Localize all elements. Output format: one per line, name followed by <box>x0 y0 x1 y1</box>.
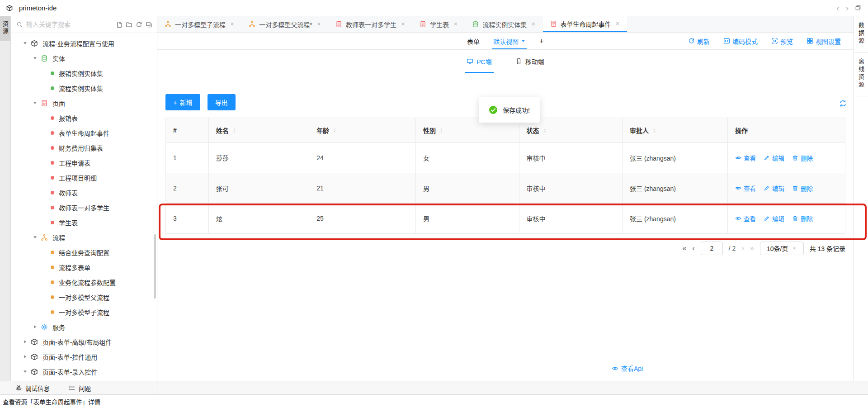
expand-arrow-icon[interactable] <box>33 235 41 240</box>
code-mode-button[interactable]: 编码模式 <box>723 37 758 46</box>
add-button[interactable]: +新增 <box>165 94 200 110</box>
tree-item[interactable]: 工程申请表 <box>11 155 157 170</box>
op-label: 查看 <box>744 153 756 162</box>
editor-tab[interactable]: 流程实例实体集✕ <box>465 16 542 32</box>
form-view-tab[interactable]: 表单 <box>467 37 480 46</box>
collapse-panels-icon[interactable] <box>146 21 152 28</box>
tree-item[interactable]: 财务费用归集表 <box>11 140 157 155</box>
rail-tab-resources[interactable]: 资源 <box>0 16 10 41</box>
tree-item[interactable]: 教师表 <box>11 185 157 200</box>
tree-item[interactable]: 流程 <box>11 230 157 245</box>
tree-item[interactable]: 教师表一对多学生 <box>11 200 157 215</box>
collapse-arrow-icon[interactable] <box>23 339 31 344</box>
view-api-link[interactable]: 查看Api <box>612 364 643 373</box>
tree-item[interactable]: 服务 <box>11 319 157 334</box>
close-icon[interactable]: ✕ <box>531 21 535 27</box>
tree-item[interactable]: 实体 <box>11 51 157 66</box>
tree-item[interactable]: 学生表 <box>11 215 157 230</box>
prev-page-button[interactable]: ‹ <box>693 244 695 252</box>
search-input[interactable] <box>26 21 113 28</box>
tree-item[interactable]: 报销表 <box>11 110 157 125</box>
last-page-button[interactable]: » <box>750 244 754 252</box>
tree-item[interactable]: 页面 <box>11 95 157 110</box>
expand-arrow-icon[interactable] <box>33 56 41 61</box>
tree-scrollbar[interactable] <box>154 234 156 299</box>
nav-back-icon[interactable]: ‹ <box>836 4 839 12</box>
view-link[interactable]: 查看 <box>735 153 756 162</box>
action-label: 视图设置 <box>816 37 841 46</box>
refresh-table-icon[interactable] <box>839 100 847 107</box>
new-file-icon[interactable] <box>116 21 123 28</box>
rail-tab-datasource[interactable]: 数据源 <box>854 16 868 52</box>
edit-link[interactable]: 编辑 <box>764 214 784 223</box>
export-button[interactable]: 导出 <box>208 94 236 110</box>
tree-item[interactable]: 工程项目明细 <box>11 170 157 185</box>
close-icon[interactable]: ✕ <box>317 21 321 27</box>
device-tab-pc[interactable]: PC端 <box>467 50 491 73</box>
folder-icon[interactable] <box>126 21 132 28</box>
delete-link[interactable]: 删除 <box>792 184 813 193</box>
tree-item[interactable]: 流程多表单 <box>11 260 157 275</box>
tree-item[interactable]: 页面-表单-录入控件 <box>11 364 157 379</box>
close-icon[interactable]: ✕ <box>616 21 620 27</box>
editor-tab[interactable]: 一对多模型父流程*✕ <box>241 16 328 32</box>
delete-link[interactable]: 删除 <box>792 153 813 162</box>
close-icon[interactable]: ✕ <box>401 21 405 27</box>
tree-item[interactable]: 页面-表单-高级/布局组件 <box>11 334 157 349</box>
collapse-arrow-icon[interactable] <box>33 324 41 329</box>
debug-info-button[interactable]: 调试信息 <box>15 384 50 393</box>
edit-link[interactable]: 编辑 <box>764 184 784 193</box>
dot-red-icon <box>51 131 54 135</box>
sort-icon[interactable] <box>232 128 237 133</box>
app-window: primeton-ide ‹ › 资源 流程-业务流程配置与使用实体报销实例实体… <box>0 0 868 408</box>
problems-button[interactable]: 问题 <box>69 384 91 393</box>
sort-icon[interactable] <box>542 128 547 133</box>
sort-icon[interactable] <box>652 128 657 133</box>
dot-red-icon <box>51 221 54 224</box>
tree-item[interactable]: 业务化流程参数配置 <box>11 275 157 289</box>
editor-tab[interactable]: 一对多模型子流程✕ <box>157 16 241 32</box>
tree-item[interactable]: 一对多模型子流程 <box>11 304 157 319</box>
editor-tab[interactable]: 学生表✕ <box>412 16 465 32</box>
refresh-icon[interactable] <box>136 21 142 28</box>
next-page-button[interactable]: › <box>741 244 744 252</box>
preview-button[interactable]: 预览 <box>771 37 793 46</box>
close-icon[interactable]: ✕ <box>453 21 458 27</box>
sort-icon[interactable] <box>439 128 444 133</box>
sort-icon[interactable] <box>332 128 337 133</box>
tree-item[interactable]: 流程实例实体集 <box>11 81 157 95</box>
view-settings-button[interactable]: 视图设置 <box>807 37 841 46</box>
nav-forward-icon[interactable]: › <box>846 4 849 12</box>
editor-tab[interactable]: 教师表一对多学生✕ <box>328 16 412 32</box>
tree-item[interactable]: 报销实例实体集 <box>11 66 157 81</box>
refresh-button[interactable]: 刷新 <box>688 37 710 46</box>
tree-item[interactable]: 一对多模型父流程 <box>11 289 157 304</box>
column-header[interactable]: 审批人 <box>623 118 728 143</box>
tree-item[interactable]: 流程-业务流程配置与使用 <box>11 36 157 51</box>
view-link[interactable]: 查看 <box>735 214 756 223</box>
expand-arrow-icon[interactable] <box>23 41 31 46</box>
edit-link[interactable]: 编辑 <box>764 153 784 162</box>
collapse-arrow-icon[interactable] <box>23 354 31 359</box>
close-icon[interactable]: ✕ <box>230 21 234 27</box>
window-restore-icon[interactable] <box>855 5 862 11</box>
expand-arrow-icon[interactable] <box>33 100 41 105</box>
delete-link[interactable]: 删除 <box>792 214 813 223</box>
page-number-input[interactable]: 2 <box>701 242 723 255</box>
tree-item[interactable]: 表单生命周起事件 <box>11 125 157 140</box>
view-link[interactable]: 查看 <box>735 184 756 193</box>
tree-item[interactable]: 结合业务查询配置 <box>11 245 157 260</box>
add-view-button[interactable]: + <box>539 37 544 46</box>
editor-tab[interactable]: 表单生命周起事件✕ <box>543 16 627 32</box>
default-view-tab[interactable]: 默认视图 <box>493 33 526 49</box>
column-header[interactable]: 年龄 <box>309 118 416 143</box>
editor-tab-label: 教师表一对多学生 <box>346 20 396 29</box>
tree-item[interactable]: 页面-表单-控件通用 <box>11 349 157 364</box>
expand-arrow-icon[interactable] <box>23 369 31 374</box>
first-page-button[interactable]: « <box>683 244 687 252</box>
page-size-select[interactable]: 10条/页 <box>760 242 804 255</box>
column-header[interactable]: 姓名 <box>208 118 309 143</box>
tree-item-label: 学生表 <box>59 218 78 227</box>
rail-tab-offline-resources[interactable]: 离线资源 <box>854 52 868 96</box>
device-tab-mobile[interactable]: 移动端 <box>515 50 544 73</box>
